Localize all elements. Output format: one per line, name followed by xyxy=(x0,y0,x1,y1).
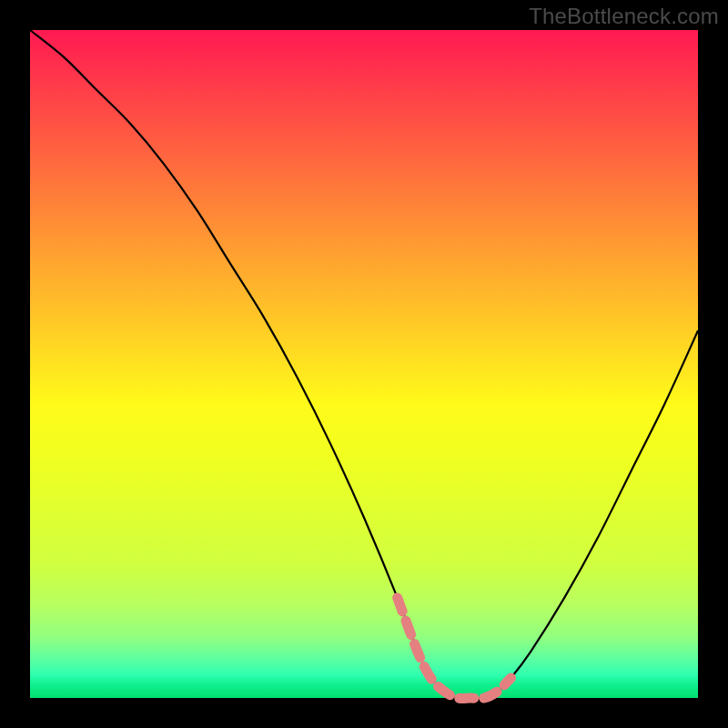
chart-frame: TheBottleneck.com xyxy=(0,0,728,728)
watermark-text: TheBottleneck.com xyxy=(529,4,719,29)
plot-area xyxy=(30,30,698,698)
curve-svg xyxy=(30,30,698,698)
highlight-segment xyxy=(398,598,511,699)
bottleneck-curve-path xyxy=(30,30,698,699)
